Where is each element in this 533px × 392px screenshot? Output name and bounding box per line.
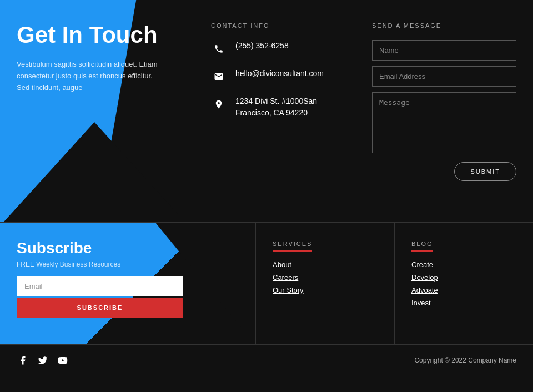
send-message-label: SEND A MESSAGE	[372, 22, 516, 29]
blog-link[interactable]: Advoate	[411, 286, 522, 294]
bottom-bar: Copyright © 2022 Company Name	[0, 344, 533, 375]
email-address: hello@diviconsultant.com	[235, 68, 324, 79]
subscribe-button[interactable]: SUBSCRIBE	[17, 298, 183, 318]
top-section: Get In Touch Vestibulum sagittis sollici…	[0, 0, 533, 222]
blog-label: BLOG	[411, 240, 433, 252]
phone-item: (255) 352-6258	[211, 40, 344, 57]
email-icon	[211, 69, 227, 84]
message-textarea[interactable]	[372, 92, 516, 153]
address-item: 1234 Divi St. #1000San Francisco, CA 942…	[211, 96, 344, 119]
services-link[interactable]: Our Story	[273, 286, 383, 294]
page-title: Get In Touch	[17, 22, 161, 48]
footer-nav: SERVICES AboutCareersOur Story BLOG Crea…	[255, 223, 533, 344]
social-icons	[17, 354, 69, 366]
message-panel: SEND A MESSAGE SUBMIT	[361, 0, 533, 222]
subscribe-form: SUBSCRIBE	[17, 276, 183, 318]
blog-link[interactable]: Create	[411, 260, 522, 269]
contact-info-panel: CONTACT INFO (255) 352-6258 hello@divico…	[178, 0, 361, 222]
page-description: Vestibulum sagittis sollicitudin aliquet…	[17, 59, 161, 93]
email-input[interactable]	[372, 66, 516, 87]
blog-column: BLOG CreateDevelopAdvoateInvest	[394, 223, 533, 344]
contact-info-label: CONTACT INFO	[211, 22, 344, 29]
email-item: hello@diviconsultant.com	[211, 68, 344, 84]
subscribe-title: Subscribe	[17, 239, 239, 257]
location-icon	[211, 97, 227, 112]
subscribe-email-input[interactable]	[17, 276, 183, 296]
phone-number: (255) 352-6258	[235, 40, 289, 52]
subscribe-panel: Subscribe FREE Weekly Business Resources…	[0, 223, 255, 344]
bottom-section: Subscribe FREE Weekly Business Resources…	[0, 222, 533, 344]
facebook-icon[interactable]	[17, 354, 29, 366]
youtube-icon[interactable]	[57, 354, 69, 366]
subscribe-subtitle: FREE Weekly Business Resources	[17, 260, 239, 268]
twitter-icon[interactable]	[37, 354, 49, 366]
services-column: SERVICES AboutCareersOur Story	[256, 223, 394, 344]
blog-link[interactable]: Invest	[411, 299, 522, 307]
copyright-text: Copyright © 2022 Company Name	[414, 356, 516, 364]
services-link[interactable]: Careers	[273, 273, 383, 282]
left-panel: Get In Touch Vestibulum sagittis sollici…	[0, 0, 178, 222]
phone-icon	[211, 41, 227, 57]
blog-link[interactable]: Develop	[411, 273, 522, 282]
submit-button[interactable]: SUBMIT	[454, 162, 516, 181]
blog-links: CreateDevelopAdvoateInvest	[411, 260, 522, 307]
name-input[interactable]	[372, 40, 516, 61]
services-label: SERVICES	[273, 240, 312, 252]
services-link[interactable]: About	[273, 260, 383, 269]
address-text: 1234 Divi St. #1000San Francisco, CA 942…	[235, 96, 317, 119]
services-links: AboutCareersOur Story	[273, 260, 383, 294]
